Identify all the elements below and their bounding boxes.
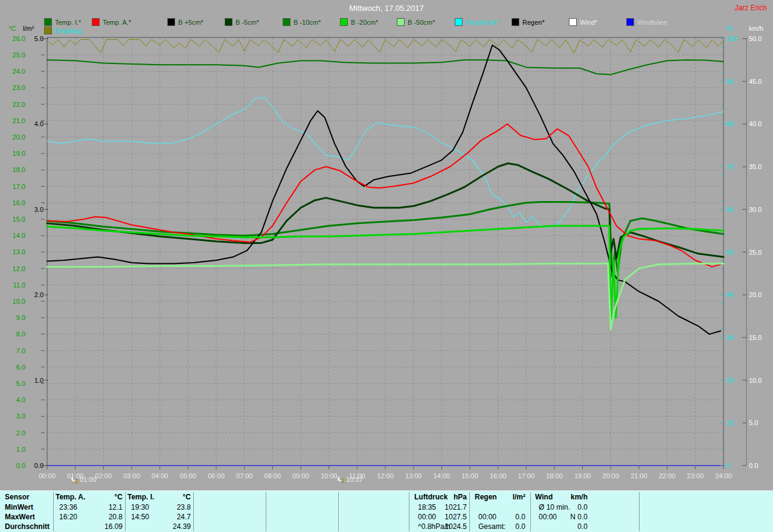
c-tick-label: 3.0: [16, 412, 25, 420]
table-cell-value: N 0.0: [570, 513, 588, 521]
hour-label: 20:00: [603, 472, 620, 479]
c-tick-label: 4.0: [16, 396, 25, 403]
table-col-unit: l/m²: [513, 493, 525, 501]
kmh-tick-label: 5.0: [749, 419, 758, 426]
hour-label: 17:00: [518, 472, 535, 479]
time-marker-0100: 01:00: [71, 476, 97, 484]
table-row-label: Sensor: [5, 493, 30, 501]
c-tick-label: 20.0: [13, 133, 25, 141]
hour-label: 05:00: [180, 472, 197, 479]
hour-label: 15:00: [461, 472, 478, 479]
pct-tick-label: 30: [726, 334, 734, 341]
table-cell-value: 0.0: [515, 513, 525, 521]
c-tick-label: 26.0: [13, 35, 25, 42]
c-tick-label: 11.0: [13, 281, 25, 289]
table-separator: [639, 492, 640, 531]
table-cell-value: 16.09: [104, 522, 123, 531]
table-col-header: Temp. I.: [127, 493, 154, 501]
table-separator: [193, 492, 194, 531]
hour-label: 07:00: [236, 472, 253, 479]
table-cell-value: 0.0: [577, 503, 588, 511]
table-separator: [53, 492, 54, 531]
statistics-table: SensorMinWertMaxWertDurchschnittTemp. A.…: [0, 490, 773, 532]
pct-tick-label: 50: [726, 249, 734, 256]
table-col-unit: km/h: [571, 493, 588, 501]
table-cell-time: 00:00: [478, 513, 496, 521]
c-tick-label: 12.0: [13, 265, 25, 272]
table-col-header: Luftdruck: [414, 493, 447, 501]
c-tick-label: 5.0: [16, 380, 25, 387]
c-tick-label: 24.0: [13, 68, 25, 75]
pct-tick-label: 20: [726, 377, 734, 384]
table-row-label: Durchschnitt: [5, 522, 50, 531]
hour-label: 10:00: [321, 472, 338, 479]
kmh-tick-label: 40.0: [749, 120, 762, 127]
table-cell-value: 1027.5: [444, 513, 467, 521]
hour-label: 03:00: [123, 472, 140, 479]
table-col-unit: °C: [115, 493, 123, 501]
kmh-tick-label: 35.0: [749, 163, 762, 170]
hour-label: 00:00: [39, 472, 56, 479]
c-tick-label: 0.0: [16, 462, 25, 469]
hour-label: 04:00: [152, 472, 168, 479]
lm2-tick-label: 5.0: [34, 35, 43, 42]
lm2-tick-label: 4.0: [34, 120, 43, 127]
table-cell-value: 20.8: [109, 513, 123, 521]
table-separator: [338, 492, 339, 531]
c-tick-label: 14.0: [13, 232, 25, 239]
table-separator: [125, 492, 126, 531]
table-cell-value: 0.0: [515, 522, 525, 531]
c-tick-label: 6.0: [16, 364, 25, 371]
time-marker-label: 01:00: [80, 476, 97, 483]
table-col-header: Temp. A.: [56, 493, 85, 501]
hour-label: 06:00: [208, 472, 225, 479]
c-tick-label: 2.0: [16, 429, 25, 437]
table-col-header: Wind: [535, 493, 553, 501]
kmh-tick-label: 50.0: [749, 35, 762, 42]
table-cell-time: 14:50: [131, 513, 149, 521]
hour-label: 13:00: [405, 472, 422, 479]
table-cell-value: 24.7: [177, 513, 191, 521]
kmh-tick-label: 15.0: [749, 334, 762, 341]
c-tick-label: 16.0: [13, 199, 25, 207]
c-tick-label: 7.0: [16, 347, 25, 354]
hour-label: 21:00: [630, 472, 647, 479]
table-col-unit: hPa: [454, 493, 467, 501]
kmh-tick-label: 30.0: [749, 206, 762, 213]
weather-app-window: Mittwoch, 17.05.2017 Jarz Erich °C l/m² …: [0, 0, 773, 532]
c-tick-label: 21.0: [13, 117, 25, 124]
c-tick-label: 9.0: [16, 314, 25, 321]
table-separator: [530, 492, 531, 531]
table-cell-time: 19:30: [131, 503, 149, 511]
pct-tick-label: 70: [726, 163, 734, 170]
moon-rise-marker-icon: [71, 476, 79, 484]
lm2-tick-label: 0.0: [34, 462, 43, 469]
c-tick-label: 23.0: [13, 84, 25, 91]
c-tick-label: 17.0: [13, 183, 25, 190]
table-col-unit: °C: [183, 493, 191, 501]
table-cell-time: Ø 10 min.: [539, 503, 570, 511]
pct-tick-label: 40: [726, 291, 734, 298]
table-cell-value: 1024.5: [444, 522, 467, 531]
hour-label: 24:00: [715, 472, 732, 479]
chart-canvas: 0.01.02.03.04.05.06.07.08.09.010.011.012…: [0, 0, 773, 490]
c-tick-label: 18.0: [13, 166, 25, 173]
kmh-tick-label: 45.0: [749, 78, 762, 85]
hour-label: 14:00: [434, 472, 451, 479]
pct-tick-label: 60: [726, 206, 734, 213]
hour-label: 16:00: [490, 472, 507, 479]
hour-label: 23:00: [687, 472, 704, 479]
c-tick-label: 8.0: [16, 330, 25, 338]
hour-label: 08:00: [265, 472, 281, 479]
pct-tick-label: 80: [726, 120, 734, 127]
time-marker-1037: 10:37: [337, 476, 363, 484]
table-separator: [409, 492, 409, 531]
lm2-tick-label: 2.0: [34, 291, 43, 298]
hour-label: 19:00: [574, 472, 591, 479]
table-cell-time: 00:00: [418, 513, 436, 521]
table-cell-time: 18:35: [418, 503, 436, 511]
table-cell-time: 23:36: [59, 503, 77, 511]
table-cell-time: Gesamt:: [478, 522, 505, 531]
c-tick-label: 15.0: [13, 216, 25, 223]
table-col-header: Regen: [475, 493, 497, 501]
